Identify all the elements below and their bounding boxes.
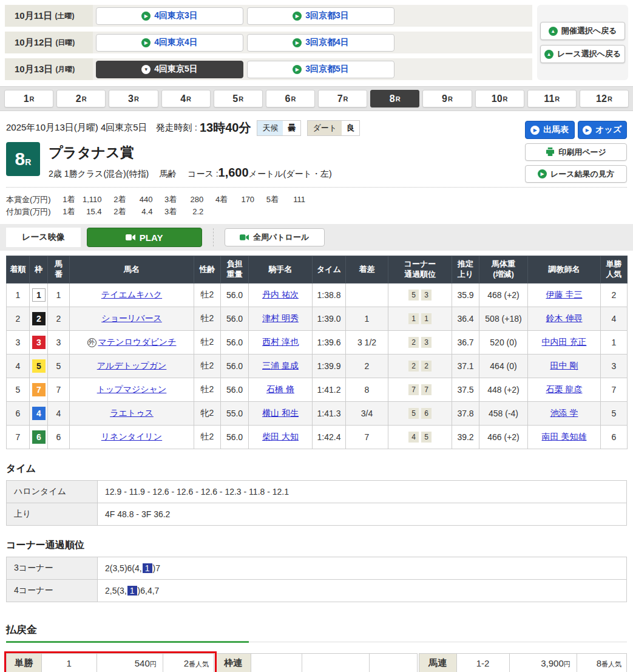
chevron-right-icon: ▶ xyxy=(141,12,151,21)
yen-unit: 円 xyxy=(564,660,570,668)
meeting-button-kyoto4[interactable]: ▶3回京都4日 xyxy=(247,34,394,52)
prize-amount: 1,110 xyxy=(75,194,102,206)
odds-button[interactable]: ▶オッズ xyxy=(578,121,628,139)
tab-10r[interactable]: 10R xyxy=(475,90,524,107)
meeting-button-tokyo5-selected[interactable]: ▼4回東京5日 xyxy=(96,61,243,78)
horse-name-cell: アルデトップガン xyxy=(70,355,194,378)
margin: 1 xyxy=(346,307,388,331)
weekday-text: (土曜) xyxy=(55,11,75,21)
tab-1r[interactable]: 1R xyxy=(4,90,53,107)
trainer-link[interactable]: 伊藤 圭三 xyxy=(546,290,583,299)
col-corner-order: コーナー通過順位 xyxy=(388,256,452,283)
corner3-position: 2 xyxy=(408,337,419,348)
col-frame: 枠 xyxy=(30,256,48,283)
jockey-link[interactable]: 石橋 脩 xyxy=(266,384,294,394)
play-button[interactable]: PLAY xyxy=(87,228,202,247)
chevron-up-icon: ▲ xyxy=(549,27,558,36)
trainer-link[interactable]: 中内田 充正 xyxy=(542,337,587,347)
print-page-button[interactable]: 印刷用ページ xyxy=(525,143,627,161)
prize-amount: 4.4 xyxy=(126,206,152,218)
carried-weight: 56.0 xyxy=(221,426,249,449)
meeting-button-kyoto3[interactable]: ▶3回京都3日 xyxy=(247,7,394,25)
patrol-video-button[interactable]: 全周パトロール xyxy=(225,228,325,246)
back-button-label: レース選択へ戻る xyxy=(557,49,621,59)
tab-5r[interactable]: 5R xyxy=(214,90,263,107)
last-3f: 36.4 xyxy=(452,307,479,331)
body-weight: 468 (+2) xyxy=(479,283,528,307)
finish-position: 3 xyxy=(7,331,30,355)
race-header: 2025年10月13日(月曜) 4回東京5日 発走時刻 : 13時40分 天候曇… xyxy=(6,120,627,188)
tab-9r[interactable]: 9R xyxy=(422,90,472,107)
tab-6r[interactable]: 6R xyxy=(266,90,315,107)
tab-label: 11 xyxy=(544,93,554,104)
play-label: PLAY xyxy=(140,232,163,243)
time: 1:42.4 xyxy=(313,426,346,449)
jockey-link[interactable]: 津村 明秀 xyxy=(262,313,299,323)
race-header-buttons: ▶出馬表 ▶オッズ 印刷用ページ ▶レース結果の見方 xyxy=(525,121,627,183)
tab-11r[interactable]: 11R xyxy=(527,90,577,107)
horse-name-link[interactable]: テイエムキハク xyxy=(101,290,162,299)
chevron-down-icon: ▼ xyxy=(141,65,151,74)
entry-table-button[interactable]: ▶出馬表 xyxy=(525,121,575,139)
meeting-row: 10月11日(土曜) ▶4回東京3日 ▶3回京都3日 xyxy=(5,5,532,27)
horse-name-link[interactable]: マテンロウダビンチ xyxy=(98,337,177,347)
back-to-race-button[interactable]: ▲レース選択へ戻る xyxy=(540,45,625,63)
trainer-link[interactable]: 田中 剛 xyxy=(550,361,578,370)
margin: 7 xyxy=(346,426,388,449)
jockey-link[interactable]: 西村 淳也 xyxy=(262,337,299,347)
trainer-link[interactable]: 南田 美知雄 xyxy=(542,432,587,441)
corner-order: 56 xyxy=(388,402,452,426)
jockey-link[interactable]: 横山 和生 xyxy=(262,408,299,418)
result-row-6: 6 4 4 ラエトゥス 牝2 55.0 横山 和生 1:41.3 3/4 56 … xyxy=(7,402,628,426)
results-guide-button[interactable]: ▶レース結果の見方 xyxy=(525,165,627,183)
back-to-meeting-button[interactable]: ▲開催選択へ戻る xyxy=(540,22,625,40)
frame-badge: 1 xyxy=(32,288,46,302)
trainer-link[interactable]: 池添 学 xyxy=(550,408,578,418)
frame-number: 1 xyxy=(30,283,48,307)
horse-name-link[interactable]: ショーリバース xyxy=(101,313,162,323)
prize-money-block: 本賞金(万円) 1着1,110 2着440 3着280 4着170 5着111 … xyxy=(6,194,627,218)
horse-name-link[interactable]: トップマジシャン xyxy=(97,384,167,394)
tab-suffix: R xyxy=(134,95,139,103)
trainer-link[interactable]: 鈴木 伸尋 xyxy=(546,313,583,323)
tab-suffix: R xyxy=(448,95,453,103)
weekday-text: (日曜) xyxy=(55,38,75,48)
horse-name-link[interactable]: リネンタイリン xyxy=(101,432,162,441)
horse-name-link[interactable]: ラエトゥス xyxy=(110,408,154,418)
tab-7r[interactable]: 7R xyxy=(318,90,367,107)
win-popularity: 5 xyxy=(601,402,628,426)
tab-8r-selected[interactable]: 8R xyxy=(370,90,419,107)
chevron-up-icon: ▲ xyxy=(544,50,553,59)
jockey-cell: 三浦 皇成 xyxy=(249,355,313,378)
last-3f: 37.5 xyxy=(452,378,479,402)
horse-name-link[interactable]: アルデトップガン xyxy=(97,361,167,370)
win-popularity: 3 xyxy=(601,355,628,378)
extra-prize-label: 付加賞(万円) xyxy=(6,207,51,216)
jockey-link[interactable]: 柴田 大知 xyxy=(262,432,299,441)
tab-3r[interactable]: 3R xyxy=(109,90,158,107)
prize-amount: 15.4 xyxy=(75,206,102,218)
trainer-link[interactable]: 石栗 龍彦 xyxy=(546,384,583,394)
amount-value: 540 xyxy=(135,658,150,668)
meeting-button-tokyo4[interactable]: ▶4回東京4日 xyxy=(96,34,243,52)
corner-order: 11 xyxy=(388,307,452,331)
meeting-button-label: 3回京都4日 xyxy=(305,37,349,48)
tab-label: 7 xyxy=(337,93,343,104)
results-header-row: 着順 枠 馬番 馬名 性齢 負担重量 騎手名 タイム 着差 コーナー通過順位 推… xyxy=(7,256,628,283)
finish-position: 5 xyxy=(7,378,30,402)
meeting-button-kyoto5[interactable]: ▶3回京都5日 xyxy=(247,61,394,78)
carried-weight: 56.0 xyxy=(221,355,249,378)
prize-place: 2着 xyxy=(113,195,126,204)
prize-amount: 440 xyxy=(126,194,152,206)
divider xyxy=(213,228,214,246)
last-3f: 37.1 xyxy=(452,355,479,378)
jockey-link[interactable]: 丹内 祐次 xyxy=(262,290,299,299)
tab-4r[interactable]: 4R xyxy=(161,90,211,107)
tab-2r[interactable]: 2R xyxy=(56,90,106,107)
chevron-right-icon: ▶ xyxy=(141,38,151,47)
frame-badge: 3 xyxy=(32,336,46,349)
tab-12r[interactable]: 12R xyxy=(580,90,629,107)
meeting-button-tokyo3[interactable]: ▶4回東京3日 xyxy=(96,7,243,25)
jockey-link[interactable]: 三浦 皇成 xyxy=(262,361,299,370)
col-sex-age: 性齢 xyxy=(194,256,221,283)
